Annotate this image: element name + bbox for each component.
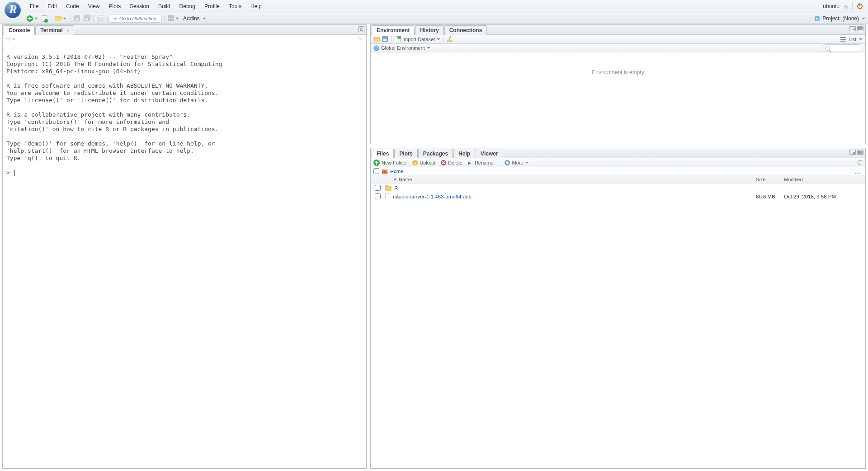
menu-tools[interactable]: Tools (224, 0, 246, 13)
separator (70, 15, 71, 22)
path-more-button[interactable]: … (853, 168, 863, 175)
console-prompt: > (6, 169, 10, 176)
save-button[interactable] (73, 14, 81, 23)
goto-arrow-icon: ➔ (113, 15, 117, 22)
clear-workspace-button[interactable] (447, 36, 453, 42)
file-modified: Oct 29, 2018, 9:58 PM (784, 194, 865, 199)
col-name[interactable]: Name (392, 177, 756, 182)
menu-file[interactable]: File (25, 0, 43, 13)
tab-console[interactable]: Console (4, 25, 35, 35)
separator (443, 36, 444, 43)
separator (93, 15, 94, 22)
file-checkbox[interactable] (375, 185, 381, 191)
separator (391, 36, 392, 43)
more-menu[interactable]: More (512, 160, 523, 165)
import-dataset-button[interactable]: Import Dataset (402, 37, 435, 42)
menu-code[interactable]: Code (61, 0, 84, 13)
tab-packages[interactable]: Packages (418, 149, 453, 158)
environment-tabs: Environment History Connections (371, 25, 865, 35)
separator (51, 15, 51, 22)
right-column: Environment History Connections Import D… (370, 24, 866, 469)
tab-plots[interactable]: Plots (394, 149, 417, 158)
tab-help[interactable]: Help (453, 149, 475, 158)
pane-expand-button[interactable] (359, 26, 364, 32)
refresh-button[interactable] (857, 159, 863, 166)
delete-icon (441, 160, 446, 165)
tab-environment[interactable]: Environment (372, 25, 415, 35)
pane-maximize-button[interactable] (857, 150, 863, 155)
separator (107, 15, 108, 22)
breadcrumb-home[interactable]: Home (390, 169, 403, 174)
menubar: File Edit Code View Plots Session Build … (0, 0, 868, 13)
menu-view[interactable]: View (84, 0, 104, 13)
goto-file-field[interactable]: ➔ (110, 14, 162, 23)
file-row[interactable]: R (371, 184, 865, 192)
clear-console-icon[interactable]: ✎ (359, 36, 363, 42)
power-icon[interactable] (857, 4, 863, 9)
close-icon[interactable]: × (66, 28, 69, 33)
menu-build[interactable]: Build (154, 0, 175, 13)
env-scope-select[interactable]: Global Environment (381, 45, 425, 51)
tab-connections[interactable]: Connections (444, 25, 487, 35)
files-breadcrumb: Home … (371, 167, 865, 175)
import-dataset-icon (395, 36, 401, 42)
separator (501, 159, 501, 166)
project-menu[interactable]: Project: (None) (822, 15, 859, 22)
file-name[interactable]: rstudio-server-1.1.463-amd64.deb (393, 194, 472, 199)
menu-debug[interactable]: Debug (175, 0, 200, 13)
rename-button[interactable]: Rename (475, 160, 494, 165)
addins-label: Addins (183, 15, 200, 22)
pane-minimize-button[interactable] (849, 26, 856, 31)
tab-viewer[interactable]: Viewer (476, 149, 503, 158)
workarea: Console Terminal × ~/ ⇨ ✎ R version 3.5.… (2, 24, 866, 469)
col-size[interactable]: Size (756, 177, 784, 182)
pane-minimize-button[interactable] (849, 150, 856, 155)
goto-file-input[interactable] (119, 16, 159, 21)
save-workspace-button[interactable] (382, 36, 388, 42)
menu-session[interactable]: Session (125, 0, 154, 13)
panes-button[interactable] (167, 14, 180, 23)
col-name-label: Name (399, 177, 412, 182)
new-folder-icon (373, 160, 380, 166)
environment-empty-text: Environment is empty (592, 69, 644, 75)
file-checkbox[interactable] (375, 193, 381, 199)
env-view-mode[interactable]: List (849, 37, 856, 42)
search-icon (825, 46, 830, 51)
sign-out-icon[interactable]: ⎋ (844, 3, 848, 10)
tab-files[interactable]: Files (372, 149, 394, 158)
file-name[interactable]: R (394, 185, 398, 191)
console-banner: R version 3.5.1 (2018-07-02) -- "Feather… (6, 53, 222, 161)
menu-profile[interactable]: Profile (200, 0, 224, 13)
load-workspace-button[interactable] (373, 37, 380, 42)
new-file-button[interactable] (25, 14, 39, 23)
console-working-dir: ~/ ⇨ ✎ (3, 35, 366, 43)
folder-icon (385, 186, 392, 191)
menu-help[interactable]: Help (246, 0, 266, 13)
tab-history[interactable]: History (415, 25, 443, 35)
file-row[interactable]: rstudio-server-1.1.463-amd64.deb 60.6 MB… (371, 192, 865, 201)
menu-plots[interactable]: Plots (104, 0, 126, 13)
addins-menu[interactable]: Addins (181, 15, 208, 22)
save-all-button[interactable] (82, 14, 91, 23)
pane-maximize-button[interactable] (857, 26, 863, 31)
files-panel: Files Plots Packages Help Viewer New Fol… (370, 148, 866, 469)
col-modified[interactable]: Modified (784, 177, 865, 182)
list-view-icon (840, 37, 846, 42)
menu-edit[interactable]: Edit (43, 0, 61, 13)
console-output[interactable]: R version 3.5.1 (2018-07-02) -- "Feather… (3, 43, 366, 468)
console-panel: Console Terminal × ~/ ⇨ ✎ R version 3.5.… (2, 24, 367, 469)
upload-button[interactable]: Upload (420, 160, 435, 165)
delete-button[interactable]: Delete (448, 160, 462, 165)
files-columns-header: Name Size Modified (371, 175, 865, 184)
new-project-button[interactable] (40, 14, 48, 23)
tab-terminal[interactable]: Terminal × (35, 25, 74, 35)
sort-asc-icon (393, 176, 397, 180)
open-file-button[interactable] (53, 14, 68, 23)
env-search-box[interactable] (822, 44, 863, 52)
home-icon[interactable] (382, 170, 387, 174)
separator (852, 2, 853, 10)
goto-dir-icon[interactable]: ⇨ (12, 36, 16, 42)
files-select-all[interactable] (373, 168, 379, 174)
new-folder-button[interactable]: New Folder (382, 160, 407, 165)
print-button[interactable] (96, 14, 105, 23)
